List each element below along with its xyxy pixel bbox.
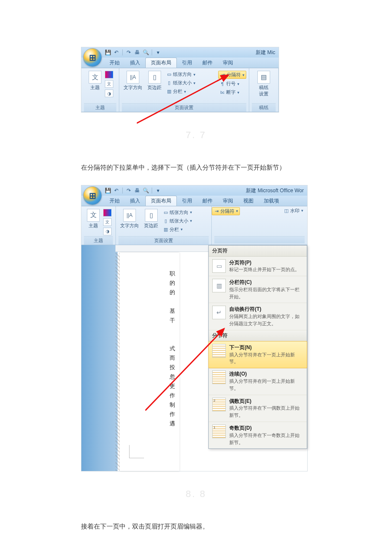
group-label-empty — [214, 236, 305, 243]
preview-icon[interactable]: 🔍 — [142, 187, 149, 194]
breaks-button-2[interactable]: ⇥分隔符▾ — [212, 207, 240, 215]
document-page: 职的的 基干 式而投忽更作制作遇 — [120, 253, 179, 471]
text-direction-button-2[interactable]: ||A 文字方向 — [118, 208, 141, 230]
orientation-button[interactable]: ▭纸张方向▾ — [165, 71, 216, 78]
doc-char — [170, 297, 175, 306]
print-icon[interactable]: 🖶 — [134, 49, 141, 56]
menu-item-column-break[interactable]: ▥ 分栏符(C)指示分栏符后面的文字将从下一栏开始。 — [209, 276, 307, 303]
breaks-button[interactable]: ⇥分隔符▾ — [218, 71, 246, 79]
preview-icon[interactable]: 🔍 — [142, 49, 149, 56]
doc-char: 更 — [170, 382, 175, 391]
save-icon[interactable]: 💾 — [104, 187, 111, 194]
ribbon-tabs-2: 开始 插入 页面布局 引用 邮件 审阅 视图 加载项 — [81, 196, 307, 206]
tab-insert[interactable]: 插入 — [125, 196, 145, 206]
tab-references[interactable]: 引用 — [177, 58, 197, 68]
watermark-button[interactable]: ◫水印▾ — [282, 207, 305, 214]
theme-button-2[interactable]: 文 主题 — [85, 208, 101, 230]
group-breaks-right: ⇥分隔符▾ ◫水印▾ — [212, 206, 307, 245]
tab-home[interactable]: 开始 — [104, 58, 125, 68]
doc-char — [170, 325, 175, 335]
menu-item-next-page[interactable]: 下一页(N)插入分节符并在下一页上开始新节。 — [208, 341, 307, 368]
title-bar-2: ⊞ 💾 ↶ ↷ 🖶 🔍 ▾ 新建 Microsoft Office Wor — [81, 185, 307, 196]
tab-page-layout[interactable]: 页面布局 — [145, 196, 177, 206]
quick-access-toolbar-2: 💾 ↶ ↷ 🖶 🔍 ▾ — [104, 185, 161, 196]
paragraph-8: 接着在下一页中，双击页眉打开页眉编辑器。 — [81, 521, 311, 532]
step-number-8: 8. 8 — [81, 489, 311, 500]
colors-icon[interactable] — [105, 71, 113, 78]
qat-more-icon[interactable]: ▾ — [155, 187, 161, 194]
tab-mailings[interactable]: 邮件 — [197, 196, 218, 206]
line-numbers-button[interactable]: ¶行号▾ — [218, 80, 246, 87]
doc-char — [170, 335, 175, 344]
gaozhi-button[interactable]: ▤ 稿纸 设置 — [256, 70, 272, 98]
save-icon[interactable]: 💾 — [104, 49, 111, 56]
group-label-gaozhi: 稿纸 — [252, 103, 276, 112]
orientation-button-2[interactable]: ▭纸张方向▾ — [161, 209, 193, 216]
menu-item-text-wrap[interactable]: ↵ 自动换行符(T)分隔网页上的对象周围的文字，如分隔题注文字与正文。 — [209, 303, 307, 330]
hyphenation-button[interactable]: bc断字▾ — [218, 89, 246, 96]
office-button[interactable]: ⊞ — [83, 48, 102, 67]
fonts-icon[interactable]: 文 — [105, 80, 113, 88]
undo-icon[interactable]: ↶ — [113, 187, 120, 194]
tab-addins[interactable]: 加载项 — [259, 196, 284, 206]
office-button-2[interactable]: ⊞ — [83, 186, 102, 205]
doc-char: 而 — [170, 353, 175, 363]
doc-char: 职 — [170, 269, 175, 278]
doc-char: 的 — [170, 288, 175, 297]
tab-review[interactable]: 审阅 — [218, 58, 238, 68]
tab-review[interactable]: 审阅 — [218, 196, 238, 206]
effects-icon[interactable]: ◑ — [103, 228, 112, 235]
menu-item-continuous[interactable]: 连续(O)插入分节符并在同一页上开始新节。 — [209, 368, 307, 395]
tab-page-layout[interactable]: 页面布局 — [145, 58, 177, 68]
step-number-7: 7. 7 — [81, 130, 311, 141]
print-icon[interactable]: 🖶 — [134, 187, 141, 194]
tab-references[interactable]: 引用 — [177, 196, 197, 206]
column-break-icon: ▥ — [212, 279, 226, 292]
quick-access-toolbar: 💾 ↶ ↷ 🖶 🔍 ▾ — [104, 47, 161, 58]
theme-button[interactable]: 文 主题 — [87, 70, 103, 92]
colors-icon[interactable] — [103, 209, 112, 217]
dropdown-header-section-breaks: 分节符 — [209, 330, 307, 341]
doc-char: 的 — [170, 278, 175, 288]
size-button[interactable]: ▯纸张大小▾ — [165, 79, 216, 87]
next-page-icon — [212, 344, 226, 358]
continuous-icon — [212, 370, 226, 384]
margins-button[interactable]: ▯ 页边距 — [146, 70, 163, 92]
redo-icon[interactable]: ↷ — [125, 49, 132, 56]
menu-item-page-break[interactable]: ▭ 分页符(P)标记一页终止并开始下一页的点。 — [209, 257, 307, 277]
group-label-page-setup-2: 页面设置 — [118, 236, 209, 245]
group-label-theme: 主题 — [84, 103, 116, 112]
doc-char: 作 — [170, 410, 175, 419]
orientation-icon: ▭ — [166, 72, 172, 78]
group-page-setup-2: ||A 文字方向 ▯ 页边距 ▭纸张方向▾ ▯纸张大小▾ ▥分栏▾ 页面设置 — [116, 206, 212, 245]
line-number-icon: ¶ — [219, 81, 225, 87]
columns-button-2[interactable]: ▥分栏▾ — [161, 226, 193, 233]
tab-home[interactable]: 开始 — [104, 196, 125, 206]
size-icon: ▯ — [163, 218, 169, 224]
doc-char: 干 — [170, 316, 175, 325]
doc-char: 忽 — [170, 372, 175, 382]
theme-icon: 文 — [87, 209, 100, 222]
tab-insert[interactable]: 插入 — [125, 58, 145, 68]
effects-icon[interactable]: ◑ — [105, 90, 113, 97]
margins-icon: ▯ — [145, 209, 158, 222]
tab-view[interactable]: 视图 — [238, 196, 259, 206]
doc-char: 投 — [170, 363, 175, 372]
redo-icon[interactable]: ↷ — [125, 187, 132, 194]
menu-item-odd-page[interactable]: 1 奇数页(D)插入分节符并在下一奇数页上开始新节。 — [209, 422, 307, 448]
ribbon-tabs: 开始 插入 页面布局 引用 邮件 审阅 — [81, 58, 279, 68]
fonts-icon[interactable]: 文 — [103, 218, 112, 226]
text-direction-button[interactable]: ||A 文字方向 — [122, 70, 144, 92]
group-theme: 文 主题 文 ◑ 主题 — [81, 68, 119, 112]
page-break-icon: ▭ — [212, 259, 226, 273]
menu-item-even-page[interactable]: 2 偶数页(E)插入分节符并在下一偶数页上开始新节。 — [209, 395, 307, 422]
doc-char: 作 — [170, 391, 175, 400]
columns-icon: ▥ — [166, 89, 172, 95]
screenshot-1: ⊞ 💾 ↶ ↷ 🖶 🔍 ▾ 新建 Mic 开始 插入 页面布局 引用 邮件 审阅 — [81, 47, 279, 113]
undo-icon[interactable]: ↶ — [113, 49, 120, 56]
columns-button[interactable]: ▥分栏▾ — [165, 88, 216, 95]
size-button-2[interactable]: ▯纸张大小▾ — [161, 217, 193, 225]
qat-more-icon[interactable]: ▾ — [155, 49, 161, 56]
tab-mailings[interactable]: 邮件 — [197, 58, 218, 68]
margins-button-2[interactable]: ▯ 页边距 — [142, 208, 160, 230]
